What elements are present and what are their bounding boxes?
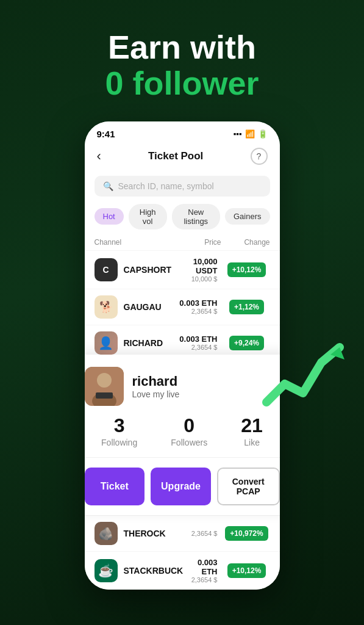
search-input[interactable]: Search ID, name, symbol: [118, 181, 214, 191]
status-icons: ▪▪▪ 📶 🔋: [234, 129, 268, 139]
col-price-header: Price: [158, 238, 221, 247]
upgrade-button[interactable]: Upgrade: [151, 468, 211, 505]
stat-followers: 0 Followers: [171, 416, 207, 447]
wifi-icon: 📶: [245, 129, 255, 139]
table-header: Channel Price Change: [85, 236, 280, 250]
col-channel-header: Channel: [95, 238, 158, 247]
trend-chart: [260, 329, 358, 414]
profile-info: richard Love my live: [132, 374, 280, 399]
col-change-header: Change: [221, 238, 270, 247]
tab-newlistings[interactable]: New listings: [172, 204, 220, 229]
tab-gainers[interactable]: Gainers: [225, 208, 270, 225]
filter-tabs: Hot High vol New listings Gainers: [85, 204, 280, 236]
status-bar: 9:41 ▪▪▪ 📶 🔋: [85, 121, 280, 143]
profile-card: richard Love my live 3 Following 0 Follo…: [85, 355, 280, 515]
help-button[interactable]: ?: [251, 148, 268, 165]
followers-count: 0: [171, 416, 207, 435]
battery-icon: 🔋: [258, 129, 268, 139]
back-button[interactable]: ‹: [97, 148, 101, 164]
ticker-price: 2,3654 $: [174, 530, 218, 537]
avatar-capshort: C: [95, 258, 118, 281]
profile-name: richard: [132, 374, 280, 389]
stat-following: 3 Following: [101, 416, 137, 447]
nav-bar: ‹ Ticket Pool ?: [85, 143, 280, 171]
stat-likes: 21 Like: [241, 416, 263, 447]
phone-mockup: 9:41 ▪▪▪ 📶 🔋 ‹ Ticket Pool ? 🔍 Search ID…: [0, 121, 364, 590]
hero-line2: 0 follower: [12, 65, 352, 101]
page-title: Ticket Pool: [148, 150, 203, 162]
profile-stats: 3 Following 0 Followers 21 Like: [85, 416, 280, 458]
avatar-richard: 👤: [95, 331, 118, 355]
table-row[interactable]: 🐕 GAUGAU 0.003 ETH 2,3654 $ +1,12%: [85, 289, 280, 325]
table-row[interactable]: C CAPSHORT 10,000 USDT 10,000 $ +10,12%: [85, 250, 280, 289]
ticker-price: 0.003 ETH 2,3654 $: [174, 298, 218, 315]
tab-hot[interactable]: Hot: [95, 208, 124, 225]
avatar-therock: 🪨: [95, 522, 118, 545]
ticker-name: RICHARD: [124, 338, 168, 348]
ticker-change: +10,12%: [224, 262, 270, 277]
table-row[interactable]: 🪨 THEROCK 2,3654 $ +10,972%: [85, 515, 280, 551]
ticker-change: +10,972%: [224, 526, 270, 541]
svg-point-2: [97, 373, 112, 388]
ticker-change: +10,12%: [224, 563, 270, 578]
ticket-button[interactable]: Ticket: [85, 468, 145, 505]
ticker-name: STACKRBUCK: [124, 566, 184, 576]
avatar: [85, 367, 124, 406]
search-icon: 🔍: [103, 181, 113, 191]
followers-label: Followers: [171, 438, 207, 447]
avatar-image: [85, 367, 124, 406]
ticker-name: THEROCK: [124, 529, 168, 538]
convert-button[interactable]: Convert PCAP: [217, 468, 280, 505]
avatar-stackrbuck: ☕: [95, 559, 118, 582]
ticker-name: CAPSHORT: [124, 265, 172, 275]
phone-bottom: 🪨 THEROCK 2,3654 $ +10,972% ☕ STACKRBUCK…: [85, 515, 280, 590]
avatar-gaugau: 🐕: [95, 295, 118, 319]
ticker-price: 0.003 ETH 2,3654 $: [189, 558, 217, 583]
svg-rect-4: [96, 392, 113, 399]
ticker-price: 10,000 USDT 10,000 $: [177, 257, 217, 283]
profile-header: richard Love my live: [85, 367, 280, 406]
tab-highvol[interactable]: High vol: [129, 204, 167, 229]
following-count: 3: [101, 416, 137, 435]
following-label: Following: [101, 438, 137, 447]
ticker-change: +1,12%: [224, 300, 270, 314]
status-time: 9:41: [97, 129, 115, 139]
likes-count: 21: [241, 416, 263, 435]
signal-icon: ▪▪▪: [234, 129, 242, 139]
profile-bio: Love my live: [132, 389, 280, 399]
table-row[interactable]: ☕ STACKRBUCK 0.003 ETH 2,3654 $ +10,12%: [85, 551, 280, 590]
profile-actions: Ticket Upgrade Convert PCAP: [85, 468, 280, 505]
likes-label: Like: [241, 438, 263, 447]
phone-frame: 9:41 ▪▪▪ 📶 🔋 ‹ Ticket Pool ? 🔍 Search ID…: [85, 121, 280, 590]
ticker-price: 0.003 ETH 2,3654 $: [174, 334, 218, 351]
search-bar[interactable]: 🔍 Search ID, name, symbol: [95, 176, 270, 197]
hero-section: Earn with 0 follower: [0, 0, 364, 121]
ticker-name: GAUGAU: [124, 302, 168, 312]
hero-line1: Earn with: [12, 29, 352, 65]
